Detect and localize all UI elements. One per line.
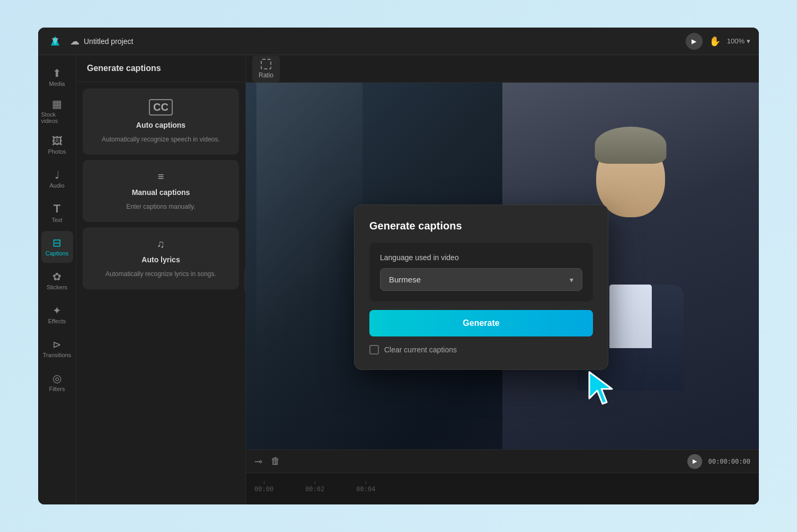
- timeline-play-button[interactable]: ▶: [687, 454, 702, 469]
- auto-captions-card[interactable]: CC Auto captions Automatically recognize…: [83, 88, 239, 155]
- panel-header: Generate captions: [76, 55, 245, 82]
- ratio-icon: [261, 59, 271, 69]
- sidebar-item-text[interactable]: T Text: [41, 197, 73, 229]
- sidebar-item-filters[interactable]: ◎ Filters: [41, 367, 73, 398]
- sidebar-item-media-label: Media: [49, 81, 65, 87]
- panel-cards: CC Auto captions Automatically recognize…: [76, 82, 245, 296]
- sidebar-item-audio[interactable]: ♩ Audio: [41, 163, 73, 195]
- sidebar-item-captions[interactable]: ⊟ Captions: [41, 231, 73, 263]
- sidebar-item-transitions-label: Transitions: [43, 352, 71, 358]
- timeline: 00:00 00:02 00:04: [246, 473, 759, 504]
- preview-play-button[interactable]: ▶: [686, 33, 703, 50]
- timeline-marker-1: 00:02: [305, 485, 324, 493]
- icon-sidebar: ⬆ Media ▦ Stock videos 🖼 Photos ♩ Audio …: [38, 55, 76, 504]
- stock-videos-icon: ▦: [52, 99, 62, 109]
- sidebar-item-stock-videos-label: Stock videos: [41, 111, 73, 124]
- sidebar-item-photos-label: Photos: [48, 148, 66, 155]
- modal-title: Generate captions: [369, 220, 593, 232]
- sidebar-item-transitions[interactable]: ⊳ Transitions: [41, 333, 73, 365]
- ratio-button[interactable]: Ratio: [252, 56, 280, 82]
- transitions-icon: ⊳: [52, 339, 61, 350]
- sidebar-item-stickers[interactable]: ✿ Stickers: [41, 265, 73, 297]
- auto-captions-icon: CC: [149, 99, 173, 116]
- sidebar-item-effects[interactable]: ✦ Effects: [41, 299, 73, 331]
- preview-area: Ratio Confe: [246, 55, 759, 504]
- sidebar-item-media[interactable]: ⬆ Media: [41, 61, 73, 93]
- auto-lyrics-card[interactable]: ♫ Auto lyrics Automatically recognize ly…: [83, 227, 239, 289]
- filters-icon: ◎: [52, 373, 61, 384]
- modal-language-label: Language used in video: [380, 253, 582, 262]
- svg-rect-0: [54, 37, 57, 46]
- clear-captions-label: Clear current captions: [384, 345, 457, 354]
- sidebar-item-effects-label: Effects: [48, 318, 66, 324]
- timecode-display: 00:00:00:00: [709, 458, 750, 465]
- top-bar: ☁ Untitled project ▶ ✋ 100% ▾: [38, 28, 759, 55]
- auto-captions-desc: Automatically recognize speech in videos…: [102, 135, 220, 144]
- sidebar-item-filters-label: Filters: [49, 386, 65, 392]
- sidebar-item-audio-label: Audio: [49, 182, 64, 189]
- auto-lyrics-icon: ♫: [157, 238, 165, 250]
- sidebar-item-text-label: Text: [51, 217, 62, 223]
- manual-captions-icon: ≡: [158, 171, 164, 183]
- bottom-toolbar: ⊸ 🗑 ▶ 00:00:00:00: [246, 449, 759, 473]
- stickers-icon: ✿: [52, 271, 61, 282]
- project-info: ☁ Untitled project: [70, 36, 679, 47]
- cloud-icon: ☁: [70, 36, 79, 47]
- selected-language: Burmese: [389, 275, 421, 284]
- sidebar-item-captions-label: Captions: [46, 250, 68, 256]
- auto-captions-title: Auto captions: [136, 121, 185, 129]
- captions-panel: Generate captions CC Auto captions Autom…: [76, 55, 246, 504]
- chevron-down-icon: ▾: [570, 276, 573, 284]
- language-select[interactable]: Burmese ▾: [380, 268, 582, 291]
- sidebar-item-stock-videos[interactable]: ▦ Stock videos: [41, 95, 73, 127]
- sidebar-item-stickers-label: Stickers: [47, 284, 67, 290]
- sidebar-item-photos[interactable]: 🖼 Photos: [41, 129, 73, 161]
- timeline-marker-2: 00:04: [356, 485, 375, 493]
- audio-icon: ♩: [55, 170, 59, 180]
- text-icon: T: [54, 203, 60, 215]
- main-content: ⬆ Media ▦ Stock videos 🖼 Photos ♩ Audio …: [38, 55, 759, 504]
- video-preview: Confe Generate captions: [246, 83, 759, 449]
- timeline-marker-0: 00:00: [254, 485, 273, 493]
- effects-icon: ✦: [52, 305, 61, 316]
- zoom-control[interactable]: 100% ▾: [727, 37, 750, 45]
- media-icon: ⬆: [52, 68, 61, 78]
- project-title: Untitled project: [84, 37, 133, 46]
- photos-icon: 🖼: [52, 136, 63, 146]
- manual-captions-desc: Enter captions manually.: [126, 202, 196, 211]
- delete-icon[interactable]: 🗑: [271, 456, 280, 467]
- app-logo: [47, 33, 64, 50]
- manual-captions-card[interactable]: ≡ Manual captions Enter captions manuall…: [83, 160, 239, 222]
- manual-captions-title: Manual captions: [132, 188, 190, 197]
- auto-lyrics-desc: Automatically recognize lyrics in songs.: [105, 269, 216, 279]
- trim-icon[interactable]: ⊸: [254, 456, 262, 467]
- auto-lyrics-title: Auto lyrics: [141, 255, 180, 264]
- hand-tool-icon[interactable]: ✋: [709, 36, 721, 47]
- generate-button[interactable]: Generate: [369, 310, 593, 336]
- generate-captions-modal: Generate captions Language used in video…: [354, 205, 608, 370]
- preview-toolbar: Ratio: [246, 55, 759, 83]
- modal-section: Language used in video Burmese ▾: [369, 243, 593, 302]
- top-bar-right: ▶ ✋ 100% ▾: [686, 33, 750, 50]
- toolbar-right: ▶ 00:00:00:00: [687, 454, 750, 469]
- clear-captions-checkbox[interactable]: [369, 345, 379, 354]
- captions-icon: ⊟: [52, 237, 61, 248]
- clear-captions-row[interactable]: Clear current captions: [369, 345, 593, 354]
